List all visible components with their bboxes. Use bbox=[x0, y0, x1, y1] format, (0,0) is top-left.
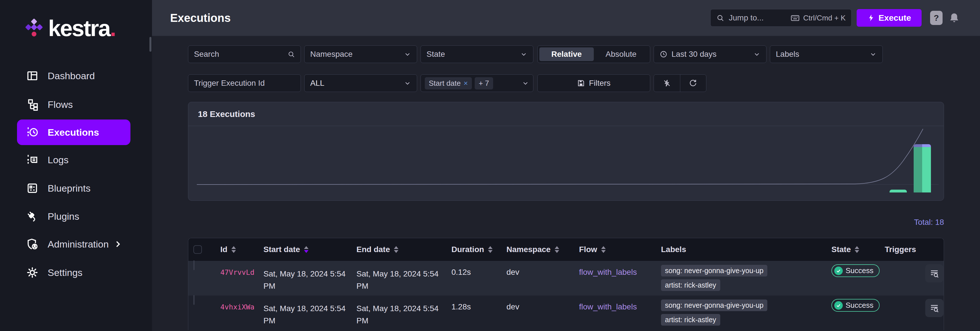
check-circle-icon bbox=[834, 267, 843, 275]
sidebar-scrollbar-thumb[interactable] bbox=[150, 37, 151, 52]
execute-button[interactable]: Execute bbox=[857, 9, 921, 27]
flow-link[interactable]: flow_with_labels bbox=[579, 302, 637, 311]
flows-icon bbox=[26, 98, 38, 111]
shortcut-hint: Ctrl/Cmd + K bbox=[803, 14, 846, 22]
sort-icon[interactable] bbox=[394, 246, 398, 253]
more-columns-chip[interactable]: + 7 bbox=[475, 77, 493, 90]
topbar: Executions Jump to... Ctrl/Cmd + K Execu… bbox=[152, 0, 980, 36]
search-input[interactable] bbox=[194, 50, 288, 59]
administration-icon bbox=[26, 238, 38, 250]
sort-icon-active-desc[interactable] bbox=[304, 246, 309, 253]
table-row[interactable]: 47VrvvLd Sat, May 18, 2024 5:54 PM Sat, … bbox=[188, 261, 944, 296]
sort-icon[interactable] bbox=[555, 246, 559, 253]
namespace-cell: dev bbox=[506, 261, 579, 277]
sidebar-item-logs[interactable]: Logs bbox=[17, 147, 130, 173]
trigger-execution-id-input[interactable] bbox=[194, 78, 295, 88]
scope-value: ALL bbox=[310, 78, 325, 88]
namespace-cell: dev bbox=[506, 296, 579, 312]
trigger-details-button[interactable] bbox=[925, 264, 943, 283]
sidebar-item-label: Flows bbox=[48, 99, 73, 110]
labels-select-label: Labels bbox=[776, 50, 799, 59]
sidebar-item-blueprints[interactable]: Blueprints bbox=[17, 176, 130, 201]
logs-icon bbox=[26, 154, 38, 166]
select-all-checkbox[interactable] bbox=[193, 245, 202, 254]
column-header-start-date[interactable]: Start date bbox=[263, 245, 356, 254]
brand-name: kestra. bbox=[48, 15, 115, 42]
column-header-namespace[interactable]: Namespace bbox=[506, 245, 579, 254]
sidebar-item-flows[interactable]: Flows bbox=[17, 92, 130, 117]
column-header-end-date[interactable]: End date bbox=[356, 245, 452, 254]
trigger-details-button[interactable] bbox=[925, 299, 943, 317]
floppy-disk-icon bbox=[577, 79, 585, 87]
notifications-bell-icon[interactable] bbox=[948, 12, 960, 24]
label-chip: artist: rick-astley bbox=[661, 314, 720, 326]
namespace-select[interactable]: Namespace bbox=[304, 45, 417, 63]
start-date-chip[interactable]: Start date× bbox=[425, 77, 472, 90]
sidebar-item-label: Logs bbox=[48, 154, 68, 165]
label-chip: song: never-gonna-give-you-up bbox=[661, 265, 767, 277]
executions-chart-card: 18 Executions bbox=[188, 102, 944, 201]
clock-icon bbox=[660, 50, 668, 58]
kestra-logo[interactable]: kestra. bbox=[24, 15, 115, 42]
sidebar-item-settings[interactable]: Settings bbox=[17, 260, 130, 285]
sort-icon[interactable] bbox=[855, 246, 859, 253]
save-filters-button[interactable]: Filters bbox=[537, 74, 650, 92]
sidebar-item-dashboard[interactable]: Dashboard bbox=[17, 63, 130, 89]
table-row[interactable]: 4vhxiXWa Sat, May 18, 2024 5:54 PM Sat, … bbox=[188, 296, 944, 330]
sidebar-item-plugins[interactable]: Plugins bbox=[17, 203, 130, 229]
sort-icon[interactable] bbox=[601, 246, 606, 253]
execution-id-link[interactable]: 47VrvvLd bbox=[220, 268, 255, 277]
sort-icon[interactable] bbox=[488, 246, 493, 253]
jump-to-placeholder: Jump to... bbox=[729, 13, 764, 22]
chevron-down-icon bbox=[753, 51, 760, 58]
dashboard-icon bbox=[26, 70, 38, 82]
column-header-duration[interactable]: Duration bbox=[452, 245, 506, 254]
executions-bar-chart[interactable] bbox=[188, 126, 944, 200]
sidebar-item-label: Settings bbox=[48, 267, 83, 278]
relative-toggle[interactable]: Relative bbox=[539, 47, 594, 61]
end-date-cell: Sat, May 18, 2024 5:54 PM bbox=[356, 261, 442, 293]
sidebar-item-administration[interactable]: Administration bbox=[17, 231, 130, 257]
log-search-icon bbox=[929, 268, 939, 278]
search-icon bbox=[716, 14, 724, 22]
column-header-flow[interactable]: Flow bbox=[579, 245, 661, 254]
table-header-row: Id Start date End date Duration Namespac… bbox=[188, 238, 944, 261]
search-filter bbox=[188, 45, 301, 63]
row-checkbox[interactable] bbox=[193, 260, 194, 270]
chevron-down-icon bbox=[869, 51, 877, 58]
jump-to-search[interactable]: Jump to... Ctrl/Cmd + K bbox=[710, 9, 851, 27]
lightning-bolt-icon bbox=[867, 14, 875, 22]
scope-select[interactable]: ALL bbox=[304, 74, 417, 92]
chevron-down-icon bbox=[520, 51, 527, 58]
displayed-columns-select[interactable]: Start date× + 7 bbox=[420, 74, 533, 92]
row-checkbox[interactable] bbox=[193, 295, 194, 305]
column-header-state[interactable]: State bbox=[831, 245, 885, 254]
executions-icon bbox=[26, 126, 38, 139]
blueprints-icon bbox=[26, 182, 38, 195]
chevron-down-icon bbox=[404, 80, 411, 87]
execution-id-link[interactable]: 4vhxiXWa bbox=[220, 303, 255, 311]
chart-card-title: 18 Executions bbox=[188, 102, 944, 126]
date-range-select[interactable]: Last 30 days bbox=[654, 45, 767, 63]
trigger-execution-id-filter bbox=[188, 74, 301, 92]
label-chip: artist: rick-astley bbox=[661, 279, 720, 291]
help-button[interactable]: ? bbox=[930, 11, 943, 25]
refresh-controls bbox=[654, 74, 706, 92]
labels-select[interactable]: Labels bbox=[770, 45, 883, 63]
auto-refresh-off-icon[interactable] bbox=[654, 75, 680, 92]
sort-icon[interactable] bbox=[231, 246, 236, 253]
sidebar-item-label: Dashboard bbox=[48, 70, 95, 82]
sidebar-item-executions[interactable]: Executions bbox=[17, 120, 130, 145]
total-count: Total: 18 bbox=[830, 218, 944, 227]
state-select[interactable]: State bbox=[420, 45, 533, 63]
search-icon bbox=[288, 51, 295, 58]
refresh-icon[interactable] bbox=[680, 75, 706, 92]
labels-cell: song: never-gonna-give-you-up artist: ri… bbox=[661, 261, 831, 291]
absolute-toggle[interactable]: Absolute bbox=[594, 47, 648, 61]
duration-cell: 0.12s bbox=[452, 261, 506, 277]
start-date-cell: Sat, May 18, 2024 5:54 PM bbox=[263, 261, 348, 293]
flow-link[interactable]: flow_with_labels bbox=[579, 268, 637, 277]
column-header-id[interactable]: Id bbox=[220, 245, 263, 254]
remove-chip-icon[interactable]: × bbox=[464, 79, 468, 88]
sidebar-item-label: Blueprints bbox=[48, 183, 91, 194]
